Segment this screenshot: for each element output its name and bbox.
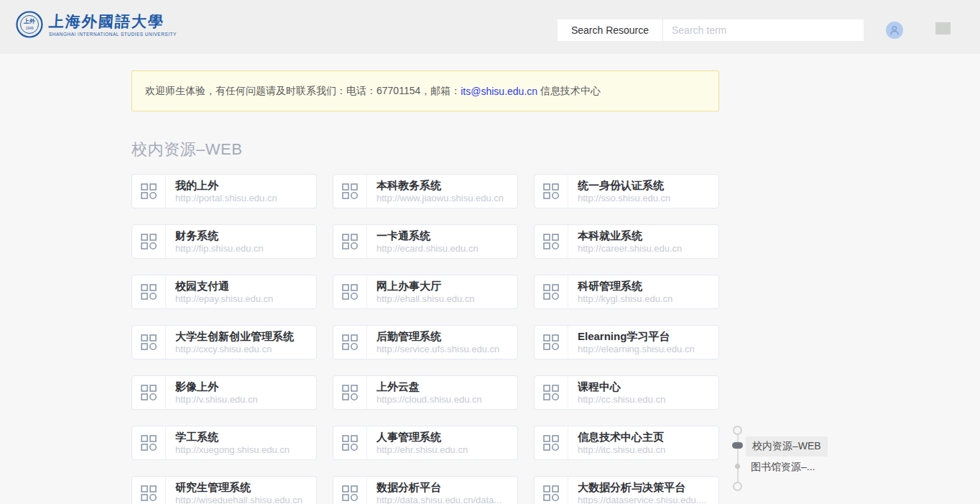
resource-url: http://elearning.shisu.edu.cn [578,343,710,355]
card-body: 科研管理系统 http://kygl.shisu.edu.cn [568,275,718,308]
resource-card[interactable]: 网上办事大厅 http://ehall.shisu.edu.cn [333,275,518,309]
resource-card[interactable]: 统一身份认证系统 http://sso.shisu.edu.cn [534,174,719,209]
resource-url: http://fip.shisu.edu.cn [175,242,308,255]
resource-url: http://ehall.shisu.edu.cn [376,293,509,305]
university-logo[interactable]: 上外 1949 上海外國語大學 SHANGHAI INTERNATIONAL S… [16,11,177,38]
welcome-notice: 欢迎师生体验，有任何问题请及时联系我们：电话：67701154，邮箱：its@s… [131,70,719,111]
card-body: 大学生创新创业管理系统 http://cxcy.shisu.edu.cn [166,326,316,359]
resource-card[interactable]: 我的上外 http://portal.shisu.edu.cn [131,174,317,209]
resource-title: 本科就业系统 [578,229,710,242]
resource-title: Elearning学习平台 [578,329,710,343]
nav-item-campus-resources[interactable]: 校内资源–WEB [746,436,828,457]
resource-url: http://epay.shisu.edu.cn [175,293,308,305]
resource-title: 我的上外 [175,178,308,192]
resource-card[interactable]: 后勤管理系统 http://service.ufs.shisu.edu.cn [333,325,518,359]
card-body: 学工系统 http://xuegong.shisu.edu.cn [166,426,316,459]
apps-grid-icon [141,284,157,300]
apps-grid-icon [141,435,157,451]
resource-title: 上外云盘 [376,380,509,393]
resource-url: http://www.jiaowu.shisu.edu.cn [376,192,509,204]
resource-card[interactable]: 信息技术中心主页 http://itc.shisu.edu.cn [534,426,719,460]
resource-card[interactable]: 一卡通系统 http://ecard.shisu.edu.cn [333,224,518,259]
resource-url: http://sso.shisu.edu.cn [578,192,710,204]
resource-card[interactable]: 课程中心 http://cc.shisu.edu.cn [534,375,719,410]
resource-url: http://kygl.shisu.edu.cn [578,293,710,305]
resource-card[interactable]: 校园支付通 http://epay.shisu.edu.cn [131,275,317,309]
apps-grid-icon [543,234,559,249]
resource-card[interactable]: 本科教务系统 http://www.jiaowu.shisu.edu.cn [333,174,518,209]
resource-title: 数据分析平台 [376,480,509,494]
resource-title: 网上办事大厅 [376,279,509,293]
card-body: 我的上外 http://portal.shisu.edu.cn [166,175,316,208]
search-category-select[interactable]: Search Resource [558,19,663,41]
resource-url: http://cc.shisu.edu.cn [578,393,710,406]
card-body: 信息技术中心主页 http://itc.shisu.edu.cn [568,426,718,459]
resource-title: 大学生创新创业管理系统 [175,329,308,343]
card-icon-cell [132,326,166,359]
card-body: 上外云盘 https://cloud.shisu.edu.cn [367,376,517,409]
card-icon-cell [333,326,367,359]
resource-title: 研究生管理系统 [175,480,308,494]
apps-grid-icon [141,234,157,249]
card-icon-cell [132,426,166,459]
resource-url: http://itc.shisu.edu.cn [578,444,710,456]
header: 上外 1949 上海外國語大學 SHANGHAI INTERNATIONAL S… [0,0,980,54]
svg-text:上外: 上外 [23,18,36,24]
card-icon-cell [535,477,568,504]
resource-url: http://ecard.shisu.edu.cn [376,242,509,255]
card-body: 影像上外 http://v.shisu.edu.cn [166,376,316,409]
resource-card[interactable]: 研究生管理系统 http://wiseduehall.shisu.edu.cn [131,476,317,504]
resource-url: http://xuegong.shisu.edu.cn [175,444,308,456]
card-body: 一卡通系统 http://ecard.shisu.edu.cn [367,225,517,258]
apps-grid-icon [342,284,358,300]
resource-card[interactable]: 科研管理系统 http://kygl.shisu.edu.cn [534,275,719,309]
resource-card[interactable]: 影像上外 http://v.shisu.edu.cn [131,375,317,410]
resource-url: http://ehr.shisu.edu.cn [376,444,509,456]
timeline-top-circle[interactable] [733,426,742,435]
resource-card[interactable]: 财务系统 http://fip.shisu.edu.cn [131,224,317,259]
inactive-section-dot [735,464,740,469]
resource-url: http://career.shisu.edu.cn [578,242,710,255]
card-body: 财务系统 http://fip.shisu.edu.cn [166,225,316,258]
user-avatar[interactable] [886,22,903,39]
timeline-bottom-circle[interactable] [733,482,742,491]
notice-text-before: 欢迎师生体验，有任何问题请及时联系我们：电话：67701154，邮箱： [145,85,461,98]
apps-grid-icon [342,183,358,199]
card-body: 后勤管理系统 http://service.ufs.shisu.edu.cn [367,326,517,359]
apps-grid-icon [141,334,157,350]
search-input[interactable] [663,19,864,41]
card-icon-cell [535,376,568,409]
card-icon-cell [333,275,367,308]
card-body: 人事管理系统 http://ehr.shisu.edu.cn [367,426,517,459]
card-icon-cell [132,477,166,504]
resource-card[interactable]: 人事管理系统 http://ehr.shisu.edu.cn [333,426,518,460]
resource-card[interactable]: 大学生创新创业管理系统 http://cxcy.shisu.edu.cn [131,325,317,359]
nav-item-library-resources[interactable]: 图书馆资源–... [751,461,815,474]
resource-title: 人事管理系统 [376,430,509,444]
logo-text: 上海外國語大學 SHANGHAI INTERNATIONAL STUDIES U… [49,13,177,37]
card-icon-cell [333,225,367,258]
language-flag-placeholder[interactable] [935,22,951,35]
card-icon-cell [535,275,568,308]
resource-card[interactable]: 上外云盘 https://cloud.shisu.edu.cn [333,375,518,410]
notice-email-link[interactable]: its@shisu.edu.cn [461,86,537,97]
resource-card[interactable]: Elearning学习平台 http://elearning.shisu.edu… [534,325,719,359]
svg-text:1949: 1949 [25,26,33,30]
logo-title-en: SHANGHAI INTERNATIONAL STUDIES UNIVERSIT… [49,32,177,37]
card-body: 校园支付通 http://epay.shisu.edu.cn [166,275,316,308]
card-icon-cell [535,175,568,208]
resource-card[interactable]: 本科就业系统 http://career.shisu.edu.cn [534,224,719,259]
apps-grid-icon [543,385,559,400]
resource-url: http://cxcy.shisu.edu.cn [175,343,308,355]
resource-card[interactable]: 大数据分析与决策平台 https://dataservice.shisu.edu… [534,476,719,504]
resource-url: https://cloud.shisu.edu.cn [376,393,509,406]
resource-card[interactable]: 学工系统 http://xuegong.shisu.edu.cn [131,426,317,460]
card-icon-cell [333,477,367,504]
apps-grid-icon [342,385,358,400]
apps-grid-icon [141,183,157,199]
resource-card[interactable]: 数据分析平台 http://data.shisu.edu.cn/data... [333,476,518,504]
resource-title: 信息技术中心主页 [578,430,710,444]
resource-url: http://v.shisu.edu.cn [175,393,308,406]
user-icon [889,24,900,36]
university-seal-icon: 上外 1949 [16,11,43,38]
